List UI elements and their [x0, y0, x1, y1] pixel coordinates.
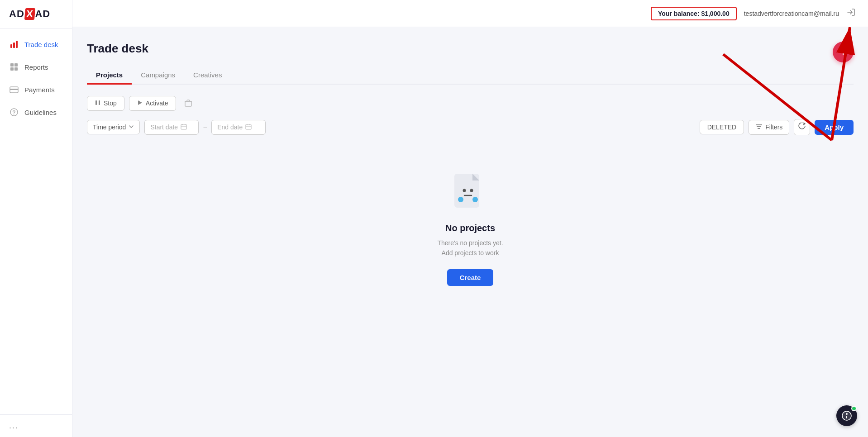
stop-label: Stop — [104, 100, 117, 107]
stop-button[interactable]: Stop — [87, 96, 124, 111]
time-period-label: Time period — [93, 124, 126, 131]
filter-right: DELETED Filters — [700, 119, 854, 135]
sidebar-item-label-reports: Reports — [24, 63, 48, 71]
svg-rect-4 — [14, 63, 18, 66]
logo-prefix: AD — [9, 8, 24, 20]
filter-lines-icon — [755, 124, 763, 131]
tab-projects[interactable]: Projects — [87, 66, 132, 85]
balance-box: Your balance: $1,000.00 — [651, 7, 737, 20]
svg-rect-38 — [846, 416, 847, 418]
empty-subtitle: There's no projects yet. Add projects to… — [437, 238, 503, 258]
action-toolbar: Stop Activate — [87, 95, 854, 111]
more-options[interactable]: ... — [9, 421, 19, 430]
logout-icon[interactable] — [846, 8, 855, 19]
logo-suffix: AD — [35, 8, 50, 20]
start-date-placeholder: Start date — [150, 124, 178, 131]
support-icon — [841, 410, 852, 421]
svg-rect-17 — [185, 101, 191, 106]
date-separator: – — [203, 124, 207, 131]
svg-point-37 — [846, 413, 848, 415]
delete-button[interactable] — [181, 95, 196, 111]
support-online-dot — [851, 406, 857, 411]
empty-subtitle-line2: Add projects to work — [442, 249, 499, 256]
end-date-placeholder: End date — [217, 124, 243, 131]
end-date-input[interactable]: End date — [211, 120, 266, 135]
svg-marker-16 — [138, 100, 142, 105]
svg-rect-1 — [13, 43, 15, 48]
tabs: Projects Campaigns Creatives — [87, 66, 854, 85]
filters-label: Filters — [765, 124, 782, 131]
logo-text: ADXAD — [9, 8, 50, 20]
svg-rect-23 — [246, 124, 251, 129]
balance-label: Your balance: — [658, 10, 700, 17]
grid-icon — [9, 62, 19, 72]
refresh-icon — [798, 123, 806, 132]
svg-point-34 — [472, 197, 478, 202]
content: + Trade desk Projects Campaigns Creative… — [72, 27, 868, 437]
svg-rect-3 — [10, 63, 14, 66]
activate-label: Activate — [146, 100, 168, 107]
help-circle-icon: ? — [9, 107, 19, 117]
sidebar-bottom[interactable]: ... — [0, 414, 72, 437]
logo-x: X — [24, 8, 35, 20]
calendar-icon-start — [181, 124, 187, 131]
svg-rect-0 — [10, 44, 12, 48]
empty-subtitle-line1: There's no projects yet. — [437, 239, 503, 247]
refresh-button[interactable] — [794, 119, 810, 135]
svg-rect-2 — [16, 41, 18, 48]
play-icon — [137, 100, 143, 107]
empty-title: No projects — [445, 223, 495, 233]
chevron-down-icon — [129, 124, 134, 131]
logo: ADXAD — [0, 0, 72, 28]
svg-rect-19 — [181, 124, 186, 129]
sidebar-item-label-payments: Payments — [24, 86, 55, 94]
svg-point-32 — [470, 189, 473, 192]
sidebar-item-label-trade-desk: Trade desk — [24, 41, 58, 48]
empty-state-icon — [450, 171, 491, 212]
deleted-toggle[interactable]: DELETED — [700, 120, 744, 134]
pause-icon — [95, 100, 101, 107]
filters-button[interactable]: Filters — [749, 120, 789, 135]
time-period-filter[interactable]: Time period — [87, 120, 140, 134]
svg-rect-14 — [95, 100, 97, 105]
calendar-icon-end — [245, 124, 252, 131]
sidebar-nav: Trade desk Reports Payments — [0, 28, 72, 414]
sidebar-item-guidelines[interactable]: ? Guidelines — [0, 101, 72, 124]
balance-value: $1,000.00 — [701, 10, 729, 17]
user-email: testadvertforcreationcam@mail.ru — [744, 10, 839, 17]
sidebar-item-trade-desk[interactable]: Trade desk — [0, 33, 72, 56]
bar-chart-icon — [9, 39, 19, 49]
tab-campaigns[interactable]: Campaigns — [132, 66, 184, 85]
activate-button[interactable]: Activate — [129, 96, 176, 111]
credit-card-icon — [9, 85, 19, 95]
create-button[interactable]: Create — [447, 269, 494, 286]
main: Your balance: $1,000.00 testadvertforcre… — [72, 0, 868, 437]
sidebar-item-payments[interactable]: Payments — [0, 78, 72, 101]
svg-rect-8 — [10, 89, 18, 90]
add-project-fab[interactable]: + — [833, 42, 854, 62]
sidebar: ADXAD Trade desk Repo — [0, 0, 72, 437]
start-date-input[interactable]: Start date — [144, 120, 199, 135]
filter-row: Time period Start date — [87, 119, 854, 135]
support-badge[interactable] — [836, 405, 857, 426]
svg-text:?: ? — [12, 109, 15, 116]
svg-point-33 — [458, 197, 463, 202]
sidebar-item-label-guidelines: Guidelines — [24, 109, 57, 116]
sidebar-item-reports[interactable]: Reports — [0, 56, 72, 78]
svg-rect-15 — [99, 100, 100, 105]
svg-rect-6 — [14, 67, 18, 71]
header: Your balance: $1,000.00 testadvertforcre… — [72, 0, 868, 27]
svg-point-31 — [463, 189, 466, 192]
tab-creatives[interactable]: Creatives — [184, 66, 231, 85]
empty-state: No projects There's no projects yet. Add… — [87, 144, 854, 304]
apply-button[interactable]: Apply — [815, 120, 854, 135]
svg-rect-5 — [10, 67, 14, 71]
page-title: Trade desk — [87, 42, 854, 56]
